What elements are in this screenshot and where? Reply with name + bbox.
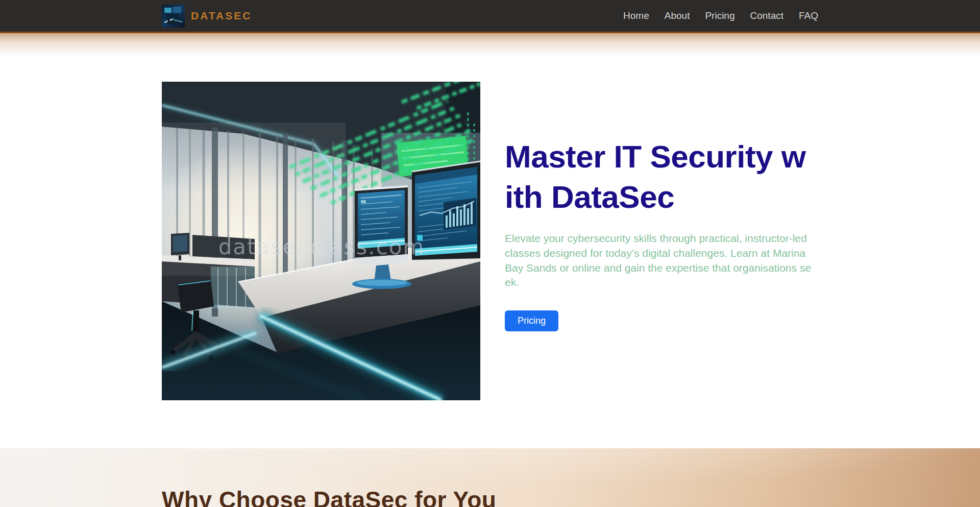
hero-paragraph-line-2: classes designed for today’s digital cha…: [505, 246, 818, 261]
hero-image-graphic: datasecclass.com: [162, 82, 480, 400]
nav-link-about[interactable]: About: [665, 10, 690, 21]
why-section-container: Why Choose DataSec for You: [162, 486, 818, 507]
brand-name: DATASEC: [191, 10, 252, 22]
nav-link-contact[interactable]: Contact: [750, 10, 783, 21]
pricing-button[interactable]: Pricing: [505, 310, 558, 331]
top-navbar: DATASEC Home About Pricing Contact FAQ: [0, 0, 980, 33]
hero-title: Master IT Security w ith DataSec: [505, 137, 818, 217]
hero-text-block: Master IT Security w ith DataSec Elevate…: [505, 82, 818, 400]
hero-paragraph-line-1: Elevate your cybersecurity skills throug…: [505, 231, 818, 246]
why-section-heading: Why Choose DataSec for You: [162, 486, 818, 507]
navbar-glow: [0, 33, 980, 61]
hero-title-line-2: ith DataSec: [505, 177, 818, 218]
hero-title-line-1: Master IT Security w: [505, 137, 818, 177]
hero-section: datasecclass.com Master IT Security w it…: [162, 82, 818, 400]
hero-paragraph-line-3: Bay Sands or online and gain the experti…: [505, 261, 818, 276]
nav-links: Home About Pricing Contact FAQ: [623, 10, 818, 21]
hero-paragraph-line-4: ek.: [505, 275, 818, 290]
brand-logo-image: [162, 5, 185, 28]
navbar-container: DATASEC Home About Pricing Contact FAQ: [162, 0, 818, 32]
hero-image-watermark: datasecclass.com: [218, 234, 425, 259]
hero-paragraph: Elevate your cybersecurity skills throug…: [505, 231, 818, 289]
nav-link-faq[interactable]: FAQ: [799, 10, 818, 21]
why-section: Why Choose DataSec for You: [0, 448, 980, 507]
nav-link-home[interactable]: Home: [623, 10, 649, 21]
brand[interactable]: DATASEC: [162, 5, 252, 28]
hero-image: datasecclass.com: [162, 82, 480, 400]
nav-link-pricing[interactable]: Pricing: [705, 10, 734, 21]
